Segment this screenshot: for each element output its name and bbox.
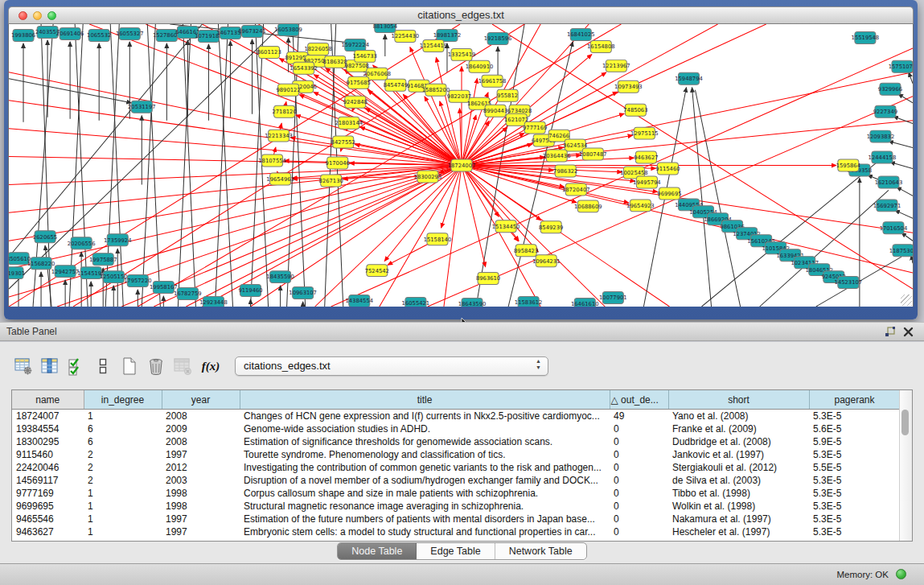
column-header-title[interactable]: title <box>240 390 610 410</box>
row-height-icon[interactable] <box>92 356 113 377</box>
table-cell: 2 <box>84 448 162 461</box>
graph-node-label: 19958167 <box>150 284 178 290</box>
graph-node-label: 15885200 <box>422 87 450 93</box>
column-header-in_degree[interactable]: in_degree <box>84 390 162 410</box>
table-cell: 0 <box>610 474 668 487</box>
status-bar: Memory: OK <box>0 563 924 585</box>
graph-node-label: 14384554 <box>345 298 373 304</box>
select-rows-icon[interactable] <box>66 356 87 377</box>
table-cell: 1 <box>84 500 162 513</box>
table-cell: Yano et al. (2008) <box>668 410 809 423</box>
table-cell: 6 <box>84 435 162 448</box>
graph-node-label: 10688609 <box>574 204 602 210</box>
table-row[interactable]: 911546021997Tourette syndrome. Phenomeno… <box>12 448 900 461</box>
table-cell: 9465546 <box>12 513 84 525</box>
table-row[interactable]: 946362711997Embryonic stem cells: a mode… <box>12 525 900 538</box>
table-cell: 1 <box>84 513 162 525</box>
zoom-button[interactable] <box>47 11 56 20</box>
graph-node-label: 8813054 <box>373 24 397 30</box>
table-row[interactable]: 946554611997Estimation of the future num… <box>12 513 900 525</box>
graph-node-label: 16782759 <box>174 290 202 297</box>
table-cell: 5.3E-5 <box>809 500 900 513</box>
network-canvas[interactable]: 1993806240355720691406106553216055327152… <box>8 24 914 307</box>
graph-node-label: 15158140 <box>424 237 452 243</box>
table-vertical-scrollbar[interactable] <box>899 390 912 541</box>
graph-node-label: 18640910 <box>466 64 494 70</box>
graph-node-label: 18226058 <box>304 46 332 52</box>
table-cell: 2008 <box>162 410 240 423</box>
graph-node-label: 7986322 <box>553 168 577 175</box>
close-panel-icon[interactable] <box>902 326 914 338</box>
table-row[interactable]: 1456911722003Disruption of a novel membe… <box>12 474 900 487</box>
column-header-out_de[interactable]: △ out_de... <box>610 390 668 410</box>
table-row[interactable]: 1830029562008Estimation of significance … <box>12 435 900 448</box>
table-cell: 1 <box>84 525 162 538</box>
table-panel-title: Table Panel <box>6 323 57 340</box>
network-view-window: citations_edges.txt 19938062403557206914… <box>4 0 918 319</box>
table-cell: 5.3E-5 <box>809 410 900 423</box>
network-window-titlebar[interactable]: citations_edges.txt <box>8 6 914 24</box>
column-header-year[interactable]: year <box>162 390 240 410</box>
graph-node-label: 7524542 <box>365 268 389 274</box>
graph-node-label: 1546733 <box>353 53 377 60</box>
column-header-name[interactable]: name <box>12 390 84 410</box>
tab-node-table[interactable]: Node Table <box>338 543 417 559</box>
memory-status-indicator-icon[interactable] <box>896 569 906 579</box>
table-cell: 6 <box>84 422 162 435</box>
graph-node-label: 15692971 <box>873 203 901 209</box>
graph-node-label: 19495794 <box>633 179 661 186</box>
graph-node-label: 12942757 <box>51 269 80 275</box>
table-tab-group: Node TableEdge TableNetwork Table <box>337 542 586 560</box>
graph-node-label: 10963107 <box>289 290 317 296</box>
graph-node-label: 13325419 <box>448 51 476 58</box>
column-header-pagerank[interactable]: pagerank <box>809 390 900 410</box>
scrollbar-thumb[interactable] <box>901 410 909 435</box>
function-builder-icon[interactable]: f(x) <box>199 360 223 373</box>
float-window-icon[interactable] <box>885 326 897 338</box>
table-row[interactable]: 969969511998Structural magnetic resonanc… <box>12 500 900 513</box>
citation-network-graph[interactable]: 1993806240355720691406106553216055327152… <box>9 24 913 307</box>
table-panel-bar: Table Panel <box>0 322 924 341</box>
minimize-button[interactable] <box>33 11 42 20</box>
show-column-icon[interactable] <box>39 356 60 377</box>
tab-network-table[interactable]: Network Table <box>495 543 586 559</box>
resize-grip[interactable] <box>901 295 912 306</box>
tab-edge-table[interactable]: Edge Table <box>417 543 495 559</box>
table-cell: 9115460 <box>12 448 84 461</box>
table-row[interactable]: 1872400712008Changes of HCN gene express… <box>12 410 900 423</box>
graph-node-label: 9119460 <box>238 287 262 294</box>
table-row[interactable]: 1938455462009Genome-wide association stu… <box>12 422 900 435</box>
table-cell: 5.3E-5 <box>809 513 900 525</box>
graph-node-label: 9827508 <box>345 63 369 69</box>
graph-node-label: 8267130 <box>319 178 343 184</box>
close-button[interactable] <box>18 11 27 20</box>
table-row[interactable]: 977716911998Corpus callosum shape and si… <box>12 487 900 500</box>
table-cell: 18300295 <box>12 435 84 448</box>
graph-node-label: 9329966 <box>878 86 902 93</box>
delete-rows-icon[interactable] <box>146 356 166 377</box>
node-table-grid: namein_degreeyeartitle△ out_de...shortpa… <box>12 390 901 538</box>
graph-node-label: 8990443 <box>483 108 507 114</box>
table-cell: 1 <box>84 410 162 423</box>
column-header-short[interactable]: short <box>668 390 809 410</box>
graph-node-label: 1993806 <box>11 32 35 39</box>
table-cell: Estimation of significance thresholds fo… <box>240 435 610 448</box>
table-row[interactable]: 2242004622012Investigating the contribut… <box>12 461 900 474</box>
graph-node-label: 10964231 <box>532 258 561 265</box>
graph-node-label: 8963610 <box>476 276 500 282</box>
table-cell: 0 <box>610 513 668 525</box>
table-cell: Jankovic et al. (1997) <box>668 448 809 461</box>
table-cell: 2 <box>84 461 162 474</box>
network-table-selector[interactable]: citations_edges.txt ▲▼ <box>235 356 548 376</box>
new-table-icon[interactable] <box>119 356 140 377</box>
graph-node-label: 1065532 <box>87 32 111 39</box>
table-settings-icon[interactable] <box>13 356 34 377</box>
graph-node-label: 19975887 <box>89 257 117 263</box>
table-cell: 1998 <box>162 487 240 500</box>
graph-node-label: 12923448 <box>199 299 228 306</box>
graph-node-label: 12093832 <box>867 134 895 140</box>
graph-node-label: 955812 <box>497 93 518 99</box>
table-cell: Tourette syndrome. Phenomenology and cla… <box>240 448 610 461</box>
graph-node-label: 9242848 <box>343 99 368 105</box>
graph-node-label: 20364436 <box>543 153 571 159</box>
